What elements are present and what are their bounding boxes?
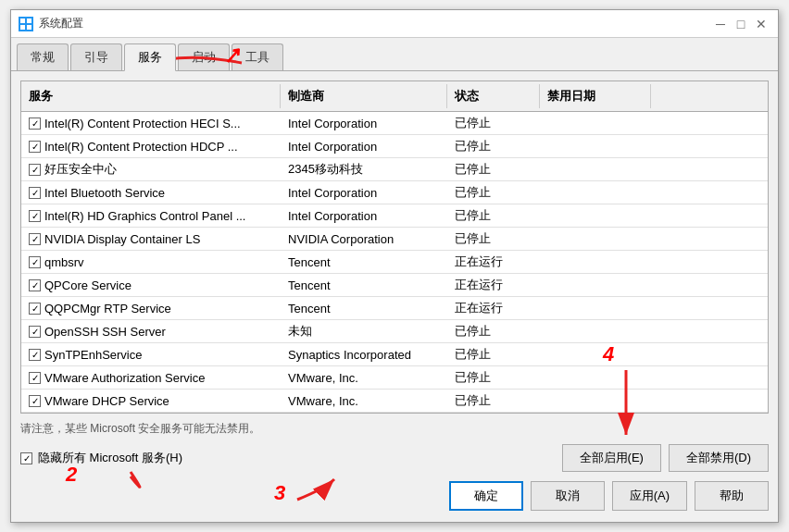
maximize-button[interactable]: □ [732,15,750,33]
table-row[interactable]: OpenSSH SSH Server未知已停止 [21,320,768,343]
tab-tools[interactable]: 工具 [232,43,283,70]
hide-microsoft-row: 隐藏所有 Microsoft 服务(H) [20,450,555,466]
tab-startup[interactable]: 启动 [178,43,230,70]
svg-rect-0 [20,19,25,23]
manufacturer-cell: Tencent [281,253,447,272]
title-bar-buttons: ─ □ ✕ [711,15,770,33]
status-cell: 已停止 [447,390,540,412]
row-checkbox-6[interactable] [29,256,41,268]
table-header: 服务 制造商 状态 禁用日期 [21,81,768,112]
row-checkbox-4[interactable] [29,210,41,222]
table-row[interactable]: SynTPEnhServiceSynaptics Incorporated已停止 [21,343,768,366]
table-row[interactable]: 好压安全中心2345移动科技已停止 [21,158,768,181]
table-row[interactable]: Intel(R) Content Protection HDCP ...Inte… [21,135,768,158]
footer-buttons: 确定 取消 应用(A) 帮助 [20,481,769,513]
manufacturer-cell: Intel Corporation [281,183,447,203]
enable-disable-buttons: 全部启用(E) 全部禁用(D) [562,444,769,472]
date-cell [540,328,651,334]
services-table: 服务 制造商 状态 禁用日期 Intel(R) Content Protecti… [20,80,769,414]
manufacturer-cell: VMware, Inc. [281,391,447,411]
row-checkbox-0[interactable] [29,118,41,130]
col-date: 禁用日期 [540,84,651,108]
apply-button[interactable]: 应用(A) [612,481,687,511]
help-button[interactable]: 帮助 [695,481,769,511]
status-cell: 已停止 [447,135,540,157]
tab-general[interactable]: 常规 [17,43,69,70]
manufacturer-cell: NVIDIA Corporation [281,229,447,249]
window-title: 系统配置 [39,16,83,31]
tab-content: 服务 制造商 状态 禁用日期 Intel(R) Content Protecti… [11,71,778,522]
status-cell: 已停止 [447,343,540,365]
date-cell [540,167,651,172]
status-cell: 已停止 [447,181,540,204]
close-button[interactable]: ✕ [752,15,770,33]
row-checkbox-1[interactable] [29,141,41,153]
col-status: 状态 [447,84,540,108]
status-cell: 已停止 [447,158,540,180]
col-manufacturer: 制造商 [281,84,447,108]
table-body: Intel(R) Content Protection HECI S...Int… [21,112,768,413]
table-row[interactable]: Intel Bluetooth ServiceIntel Corporation… [21,181,768,204]
manufacturer-cell: Synaptics Incorporated [281,345,447,365]
service-name: Intel Bluetooth Service [44,186,165,200]
row-checkbox-12[interactable] [29,395,41,407]
table-row[interactable]: QPCore ServiceTencent正在运行 [21,274,768,297]
table-row[interactable]: Intel(R) HD Graphics Control Panel ...In… [21,204,768,228]
row-checkbox-11[interactable] [29,372,41,384]
bottom-controls: 隐藏所有 Microsoft 服务(H) 全部启用(E) 全部禁用(D) [20,444,769,472]
table-row[interactable]: QQPCMgr RTP ServiceTencent正在运行 [21,297,768,320]
manufacturer-cell: Tencent [281,299,447,318]
row-checkbox-3[interactable] [29,187,41,199]
table-row[interactable]: qmbsrvTencent正在运行 [21,251,768,274]
row-checkbox-5[interactable] [29,233,41,245]
date-cell [540,398,651,403]
status-cell: 已停止 [447,204,540,227]
col-service: 服务 [21,84,281,108]
table-row[interactable]: VMware DHCP ServiceVMware, Inc.已停止 [21,390,768,413]
row-checkbox-9[interactable] [29,326,41,338]
manufacturer-cell: 未知 [281,320,447,342]
table-row[interactable]: Intel(R) Content Protection HECI S...Int… [21,112,768,135]
table-row[interactable]: VMware Authorization ServiceVMware, Inc.… [21,366,768,390]
note-text: 请注意，某些 Microsoft 安全服务可能无法禁用。 [20,421,769,437]
table-row[interactable]: NVIDIA Display Container LSNVIDIA Corpor… [21,228,768,251]
date-cell [540,236,651,241]
service-name: QQPCMgr RTP Service [44,302,171,315]
minimize-button[interactable]: ─ [711,15,730,33]
row-checkbox-2[interactable] [29,164,41,176]
date-cell [540,190,651,195]
service-name: QPCore Service [44,278,132,292]
tab-boot[interactable]: 引导 [70,43,122,70]
status-cell: 已停止 [447,112,540,134]
date-cell [540,305,651,311]
service-name: Intel(R) Content Protection HECI S... [44,117,241,130]
service-name: SynTPEnhService [44,348,143,362]
enable-all-button[interactable]: 全部启用(E) [562,444,661,472]
date-cell [540,259,651,265]
svg-rect-3 [27,25,31,30]
service-name: OpenSSH SSH Server [44,325,166,339]
row-checkbox-7[interactable] [29,279,41,291]
date-cell [540,143,651,149]
row-checkbox-10[interactable] [29,349,41,361]
row-checkbox-8[interactable] [29,303,41,315]
svg-rect-2 [20,25,25,30]
disable-all-button[interactable]: 全部禁用(D) [669,444,769,472]
tab-services[interactable]: 服务 [124,43,176,71]
service-name: VMware DHCP Service [44,394,169,408]
cancel-button[interactable]: 取消 [531,481,605,511]
hide-microsoft-label: 隐藏所有 Microsoft 服务(H) [38,450,182,466]
date-cell [540,375,651,380]
service-name: 好压安全中心 [44,161,117,178]
status-cell: 正在运行 [447,251,540,273]
manufacturer-cell: Intel Corporation [281,137,447,156]
hide-microsoft-checkbox[interactable] [20,452,32,464]
window-icon [19,17,33,31]
manufacturer-cell: VMware, Inc. [281,368,447,388]
date-cell [540,282,651,288]
service-name: NVIDIA Display Container LS [44,232,200,246]
ok-button[interactable]: 确定 [449,481,523,511]
date-cell [540,120,651,126]
svg-rect-1 [27,19,31,23]
manufacturer-cell: Intel Corporation [281,206,447,226]
